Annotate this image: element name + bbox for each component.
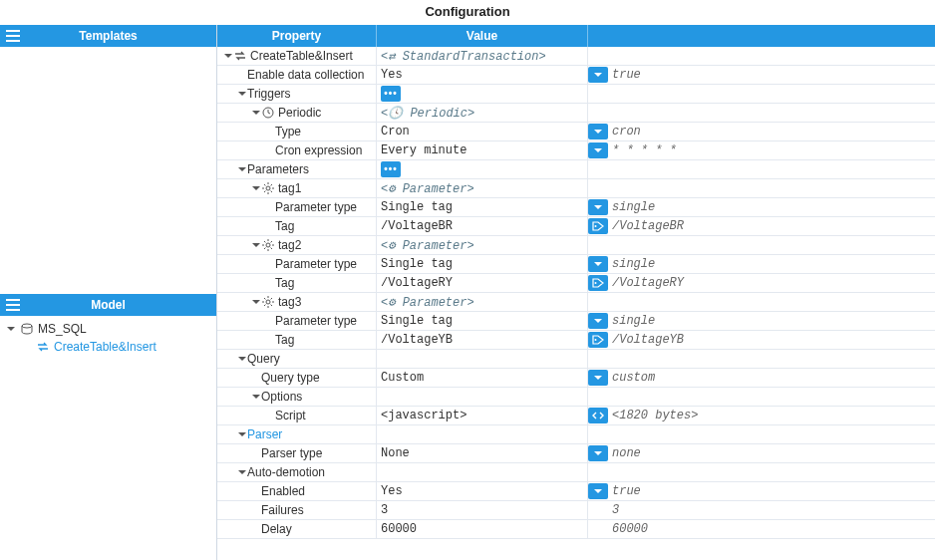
hamburger-icon[interactable] — [0, 30, 26, 42]
value-text[interactable]: 3 — [381, 503, 388, 517]
value-text[interactable]: 60000 — [381, 522, 417, 536]
value-text[interactable]: Single tag — [381, 200, 453, 214]
property-label: Tag — [275, 219, 294, 233]
value-text[interactable]: <javascript> — [381, 409, 467, 422]
property-label: Parameters — [247, 162, 309, 176]
value-text[interactable]: /VoltageRY — [381, 276, 453, 290]
value2-cell: none — [588, 444, 935, 462]
caret-down-icon[interactable] — [223, 52, 233, 60]
value-cell[interactable]: Single tag — [377, 312, 588, 330]
database-icon — [20, 323, 34, 335]
svg-point-4 — [266, 243, 270, 247]
value-cell[interactable]: Single tag — [377, 198, 588, 216]
caret-down-icon[interactable] — [251, 298, 261, 306]
value-cell[interactable]: None — [377, 444, 588, 462]
caret-down-icon[interactable] — [6, 325, 16, 333]
value-cell[interactable]: 60000 — [377, 520, 588, 538]
grid-row: tag3<⚙ Parameter> — [217, 293, 935, 312]
more-button[interactable]: ••• — [381, 86, 401, 102]
value-text[interactable]: Cron — [381, 125, 410, 139]
dropdown-button[interactable] — [588, 445, 608, 461]
gear-icon — [261, 182, 275, 194]
caret-down-icon[interactable] — [251, 393, 261, 401]
value-cell[interactable]: /VoltageBR — [377, 217, 588, 235]
dropdown-button[interactable] — [588, 199, 608, 215]
value-text[interactable]: Every minute — [381, 143, 467, 157]
value-cell[interactable]: Every minute — [377, 141, 588, 159]
dropdown-button[interactable] — [588, 313, 608, 329]
grid-header: Property Value — [217, 25, 935, 47]
value-text[interactable]: /VoltageBR — [381, 219, 453, 233]
property-label: Delay — [261, 522, 292, 536]
templates-panel-header: Templates — [0, 25, 216, 47]
raw-value: single — [612, 200, 655, 214]
caret-down-icon[interactable] — [251, 241, 261, 249]
grid-row: Delay6000060000 — [217, 520, 935, 539]
dropdown-button[interactable] — [588, 124, 608, 140]
tree-node-root[interactable]: MS_SQL — [6, 320, 216, 338]
dropdown-button[interactable] — [588, 67, 608, 83]
value-text[interactable]: Yes — [381, 68, 403, 82]
caret-down-icon[interactable] — [237, 430, 247, 438]
value-cell[interactable]: Yes — [377, 482, 588, 500]
svg-point-7 — [595, 339, 597, 341]
tag-picker-button[interactable] — [588, 218, 608, 234]
dropdown-button[interactable] — [588, 483, 608, 499]
value-text[interactable]: Yes — [381, 484, 403, 498]
grid-row: Tag/VoltageBR/VoltageBR — [217, 217, 935, 236]
value2-cell — [588, 104, 935, 122]
raw-value: * * * * * — [612, 143, 677, 157]
value-text[interactable]: None — [381, 446, 410, 460]
property-label: Options — [261, 390, 302, 404]
raw-value: /VoltageYB — [612, 333, 684, 347]
gear-icon — [261, 296, 275, 308]
value-cell[interactable]: /VoltageYB — [377, 331, 588, 349]
caret-down-icon[interactable] — [251, 184, 261, 192]
caret-down-icon[interactable] — [237, 90, 247, 98]
value-cell[interactable]: Yes — [377, 66, 588, 84]
value-cell[interactable]: Single tag — [377, 255, 588, 273]
more-button[interactable]: ••• — [381, 161, 401, 177]
grid-row: Enable data collectionYestrue — [217, 66, 935, 85]
value-text[interactable]: Single tag — [381, 257, 453, 271]
value-text[interactable]: /VoltageYB — [381, 333, 453, 347]
grid-row: Options — [217, 388, 935, 407]
value2-cell: 3 — [588, 501, 935, 519]
value2-cell: 60000 — [588, 520, 935, 538]
value2-cell: single — [588, 198, 935, 216]
property-label[interactable]: Parser — [247, 427, 282, 441]
property-label: Auto-demotion — [247, 465, 325, 479]
grid-row: EnabledYestrue — [217, 482, 935, 501]
tag-picker-button[interactable] — [588, 275, 608, 291]
dropdown-button[interactable] — [588, 256, 608, 272]
caret-down-icon[interactable] — [237, 355, 247, 363]
value-cell[interactable]: /VoltageRY — [377, 274, 588, 292]
value-cell[interactable]: Cron — [377, 123, 588, 140]
property-label: CreateTable&Insert — [250, 49, 353, 63]
gear-icon — [261, 239, 275, 251]
value-text[interactable]: Single tag — [381, 314, 453, 328]
value-cell — [377, 463, 588, 481]
property-label: Enable data collection — [247, 68, 364, 82]
code-editor-button[interactable] — [588, 408, 608, 423]
value-cell[interactable]: <javascript> — [377, 407, 588, 424]
value-text[interactable]: Custom — [381, 371, 424, 385]
tag-picker-button[interactable] — [588, 332, 608, 348]
caret-down-icon[interactable] — [237, 468, 247, 476]
grid-row: TypeCroncron — [217, 123, 935, 141]
value-cell[interactable]: 3 — [377, 501, 588, 519]
property-label: Tag — [275, 333, 294, 347]
dropdown-button[interactable] — [588, 370, 608, 386]
caret-down-icon[interactable] — [251, 109, 261, 117]
tree-node-label: CreateTable&Insert — [54, 340, 156, 354]
templates-panel-title: Templates — [0, 29, 216, 43]
value-cell[interactable]: Custom — [377, 369, 588, 387]
hamburger-icon[interactable] — [0, 299, 26, 311]
grid-row: Parser typeNonenone — [217, 444, 935, 463]
property-label: Script — [275, 409, 306, 422]
tree-node-label: MS_SQL — [38, 322, 87, 336]
caret-down-icon[interactable] — [237, 165, 247, 173]
grid-row: Parameters••• — [217, 160, 935, 179]
dropdown-button[interactable] — [588, 142, 608, 158]
tree-node-child[interactable]: CreateTable&Insert — [6, 338, 216, 356]
